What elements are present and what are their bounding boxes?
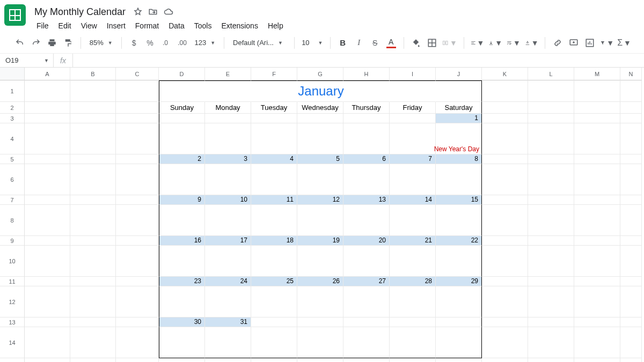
cell[interactable]: [70, 246, 116, 277]
merge-cells-icon[interactable]: ▼: [441, 36, 458, 50]
cell[interactable]: [25, 195, 70, 205]
cell[interactable]: [25, 236, 70, 246]
row-header[interactable]: 2: [0, 102, 25, 114]
cell[interactable]: [390, 114, 436, 123]
column-header[interactable]: G: [297, 68, 343, 80]
cell[interactable]: 28: [390, 277, 436, 286]
cell[interactable]: [574, 236, 620, 246]
strikethrough-icon[interactable]: S: [368, 36, 382, 50]
cell[interactable]: [116, 327, 159, 358]
cell[interactable]: Friday: [390, 102, 436, 114]
cell[interactable]: 5: [297, 154, 343, 164]
cell[interactable]: [482, 327, 528, 358]
cell[interactable]: [574, 317, 620, 327]
horizontal-align-icon[interactable]: ▼: [470, 36, 486, 50]
menu-tools[interactable]: Tools: [190, 19, 216, 32]
text-color-icon[interactable]: A: [384, 36, 398, 50]
cell[interactable]: [436, 286, 482, 317]
cell[interactable]: [343, 80, 390, 102]
cell[interactable]: [205, 327, 251, 358]
column-header[interactable]: J: [436, 68, 482, 80]
cell[interactable]: [574, 164, 620, 195]
insert-chart-icon[interactable]: [583, 36, 597, 50]
cell[interactable]: 27: [343, 277, 390, 286]
cell[interactable]: [482, 358, 528, 362]
cell[interactable]: [528, 236, 574, 246]
cell[interactable]: [205, 358, 251, 362]
cell[interactable]: [116, 102, 159, 114]
cell[interactable]: [482, 236, 528, 246]
cell[interactable]: Tuesday: [251, 102, 297, 114]
text-rotation-icon[interactable]: ▼: [524, 36, 540, 50]
cell[interactable]: [574, 205, 620, 236]
cell[interactable]: [620, 123, 642, 154]
menu-data[interactable]: Data: [164, 19, 189, 32]
insert-comment-icon[interactable]: [567, 36, 581, 50]
redo-icon[interactable]: [29, 36, 43, 50]
cell[interactable]: [620, 205, 642, 236]
cell[interactable]: [528, 327, 574, 358]
cell[interactable]: [159, 286, 205, 317]
column-header[interactable]: D: [159, 68, 205, 80]
cell[interactable]: [528, 317, 574, 327]
cell[interactable]: [343, 114, 390, 123]
cell[interactable]: [620, 102, 642, 114]
cell[interactable]: [620, 286, 642, 317]
vertical-align-icon[interactable]: ▼: [487, 36, 503, 50]
cell[interactable]: [116, 246, 159, 277]
cell[interactable]: [70, 123, 116, 154]
row-header[interactable]: 1: [0, 80, 25, 102]
cell[interactable]: 14: [390, 195, 436, 205]
cell[interactable]: [205, 80, 251, 102]
cell[interactable]: [620, 236, 642, 246]
cell[interactable]: [70, 80, 116, 102]
cell[interactable]: [620, 277, 642, 286]
row-header[interactable]: 5: [0, 154, 25, 164]
cell[interactable]: Thursday: [343, 102, 390, 114]
cell[interactable]: [574, 286, 620, 317]
cell[interactable]: [70, 195, 116, 205]
cell[interactable]: [159, 114, 205, 123]
cloud-status-icon[interactable]: [163, 7, 174, 17]
cell[interactable]: [297, 286, 343, 317]
column-header[interactable]: L: [528, 68, 574, 80]
cell[interactable]: [251, 114, 297, 123]
cell[interactable]: [482, 114, 528, 123]
select-all-corner[interactable]: [0, 68, 25, 80]
name-box[interactable]: O19 ▼: [0, 54, 54, 67]
row-header[interactable]: 14: [0, 327, 25, 358]
cell[interactable]: 20: [343, 236, 390, 246]
row-header[interactable]: 3: [0, 114, 25, 123]
cell[interactable]: [251, 80, 297, 102]
column-header[interactable]: C: [116, 68, 159, 80]
cell[interactable]: [297, 80, 343, 102]
column-header[interactable]: M: [574, 68, 620, 80]
cell[interactable]: [620, 164, 642, 195]
cell[interactable]: [343, 286, 390, 317]
cell[interactable]: [25, 277, 70, 286]
row-header[interactable]: 9: [0, 236, 25, 246]
cell[interactable]: [390, 205, 436, 236]
cell[interactable]: [116, 195, 159, 205]
cell[interactable]: [116, 114, 159, 123]
row-header[interactable]: 15: [0, 358, 25, 362]
cell[interactable]: [205, 114, 251, 123]
cell[interactable]: 19: [297, 236, 343, 246]
paint-format-icon[interactable]: [61, 36, 75, 50]
cell[interactable]: 1: [436, 114, 482, 123]
cell[interactable]: [25, 286, 70, 317]
move-icon[interactable]: [148, 7, 158, 17]
cell[interactable]: [574, 102, 620, 114]
cell[interactable]: [343, 123, 390, 154]
text-wrap-icon[interactable]: ▼: [506, 36, 522, 50]
undo-icon[interactable]: [13, 36, 27, 50]
cell[interactable]: [436, 164, 482, 195]
cell[interactable]: [297, 114, 343, 123]
menu-insert[interactable]: Insert: [103, 19, 130, 32]
cell[interactable]: [159, 164, 205, 195]
row-header[interactable]: 13: [0, 317, 25, 327]
cell[interactable]: 25: [251, 277, 297, 286]
cell[interactable]: [205, 286, 251, 317]
cell[interactable]: [116, 164, 159, 195]
cell[interactable]: 30: [159, 317, 205, 327]
